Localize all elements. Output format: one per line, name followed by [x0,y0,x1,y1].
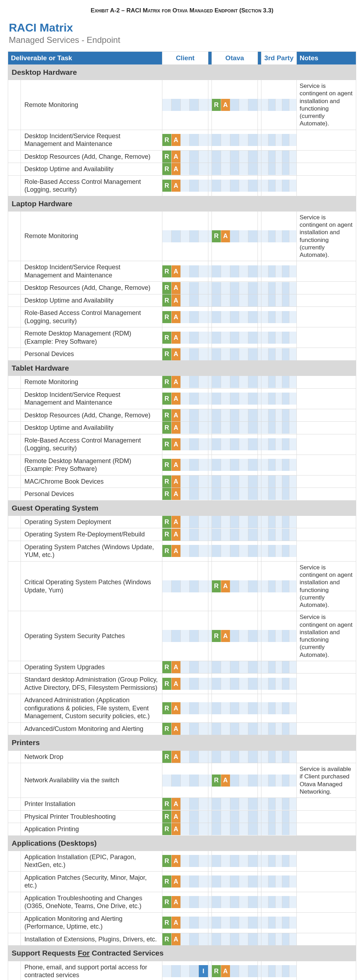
raci-cell [230,311,239,323]
raci-cell [239,476,248,487]
raci-cell: R [162,488,172,500]
row-note [297,673,356,694]
client-cells: RA [162,694,208,723]
raci-cell: A [172,811,181,822]
raci-cell: R [212,630,221,642]
raci-cell: A [172,393,181,405]
raci-cell [190,180,199,192]
raci-cell: A [172,855,181,867]
raci-cell [199,630,208,642]
thirdparty-cells [261,798,297,811]
raci-cell: A [172,422,181,434]
client-cells: RA [162,422,208,434]
row-note [297,163,356,176]
raci-cell [261,348,269,360]
raci-cell [221,348,230,360]
raci-cell [239,151,248,162]
task-name: Installation of Extensions, Plugins, Dri… [21,933,162,946]
raci-cell [190,545,199,557]
raci-cell [221,516,230,528]
raci-cell [269,163,275,175]
raci-cell [290,294,296,307]
client-cells: RA [162,871,208,892]
raci-cell [290,393,296,405]
raci-cell: R [162,438,172,450]
raci-cell [282,332,290,344]
row-note [297,282,356,294]
raci-cell: R [162,180,172,192]
otava-cells [212,163,258,176]
thirdparty-cells [261,211,297,261]
raci-cell [190,751,199,763]
thirdparty-cells [261,475,297,488]
otava-cells [212,871,258,892]
raci-cell [275,422,283,434]
raci-cell [190,422,199,434]
raci-cell [282,545,290,557]
raci-cell [282,751,290,763]
section-header: Guest Operating System [8,500,356,515]
client-cells: RA [162,912,208,933]
raci-cell [248,476,258,487]
raci-cell [248,99,258,111]
raci-cell: R [212,230,221,242]
raci-cell [230,99,239,111]
client-cells: RA [162,130,208,150]
raci-cell: R [162,723,172,735]
thirdparty-cells [261,528,297,541]
raci-cell [181,332,190,344]
row-note [297,376,356,389]
raci-cell [199,896,208,908]
raci-cell [239,294,248,307]
table-row: Remote Monitoring RA Service is continge… [8,211,356,261]
row-note [297,851,356,871]
raci-cell: A [172,332,181,344]
raci-cell [181,311,190,323]
raci-cell [162,580,172,592]
row-note: Service is contingent on agent installat… [297,611,356,661]
raci-cell: R [162,516,172,528]
raci-cell: R [162,916,172,929]
raci-cell [239,896,248,908]
task-name: Operating System Deployment [21,515,162,528]
otava-cells: RA [212,961,258,980]
raci-cell [230,230,239,242]
raci-cell [248,488,258,500]
thirdparty-cells [261,933,297,946]
raci-cell [269,282,275,294]
raci-cell [199,230,208,242]
raci-cell [221,798,230,810]
raci-cell [290,163,296,175]
raci-cell [172,775,181,787]
client-cells [162,561,208,611]
raci-cell [261,294,269,307]
table-row: Network Availability via the switch RA S… [8,763,356,798]
raci-cell [181,855,190,867]
raci-cell [290,529,296,541]
raci-cell [221,545,230,557]
raci-cell [212,409,221,421]
otava-cells [212,376,258,389]
table-row: Network Drop RA [8,751,356,763]
raci-cell [248,163,258,175]
raci-cell: R [162,476,172,487]
raci-cell [282,422,290,434]
raci-cell [239,409,248,421]
raci-cell [230,332,239,344]
task-name: Desktop Resources (Add, Change, Remove) [21,409,162,422]
raci-cell [269,751,275,763]
raci-cell [290,896,296,908]
client-cells: RA [162,150,208,163]
raci-cell: A [172,661,181,673]
raci-cell [261,488,269,500]
raci-cell [290,798,296,810]
raci-cell [275,751,283,763]
raci-cell: A [172,933,181,945]
raci-cell [221,311,230,323]
otava-cells [212,892,258,912]
task-name: Phone, email, and support portal access … [21,961,162,980]
raci-cell [239,545,248,557]
thirdparty-cells [261,488,297,501]
raci-cell [199,580,208,592]
raci-cell [239,348,248,360]
